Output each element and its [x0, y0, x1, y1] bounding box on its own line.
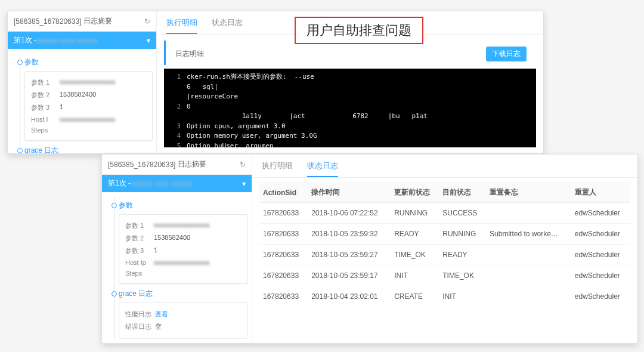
- param-value: xxxxxxxxxxxxxxxxx: [154, 259, 210, 266]
- run-select-label: 第1次 -: [14, 35, 36, 45]
- table-row: 1678206332018-10-04 23:02:01CREATEINITed…: [259, 286, 630, 307]
- table-cell: [486, 245, 571, 265]
- terminal-log[interactable]: 1cker-run.sh脚本接受到的参数: --use6 sql||resour…: [164, 69, 536, 147]
- job-summary-label: 日志摘要: [83, 16, 112, 26]
- params-card: 参数 1xxxxxxxxxxxxxxxxx参数 21538582400参数 31…: [24, 71, 153, 141]
- table-cell: 2018-10-05 23:59:17: [308, 265, 391, 286]
- param-row: Steps: [125, 268, 242, 279]
- param-row: 参数 31: [125, 245, 242, 257]
- table-row: 1678206332018-10-05 23:59:32READYRUNNING…: [259, 224, 630, 245]
- chevron-down-icon: ▾: [147, 36, 150, 45]
- param-key: 参数 1: [31, 78, 56, 87]
- upper-panel: [586385_167820633] 日志摘要 ↻ 第1次 - xxxxxx x…: [7, 11, 544, 154]
- table-row: 1678206332018-10-05 23:59:17INITTIME_OKe…: [259, 265, 630, 286]
- callout-box: 用户自助排查问题: [295, 17, 423, 44]
- log-detail-title: 日志明细: [175, 49, 204, 59]
- table-cell: READY: [391, 224, 439, 245]
- terminal-line: 1cker-run.sh脚本接受到的参数: --use: [169, 72, 531, 82]
- grace-card: 性能日志查看 错误日志空: [119, 302, 248, 338]
- run-select[interactable]: 第1次 - xxxxxx xxxx xxxxxx ▾: [8, 32, 156, 49]
- param-row: 参数 1xxxxxxxxxxxxxxxxx: [31, 76, 146, 89]
- table-cell: CREATE: [391, 286, 439, 307]
- table-cell: TIME_OK: [439, 265, 486, 286]
- param-key: 参数 2: [31, 91, 56, 100]
- tab-status-log[interactable]: 状态日志: [212, 17, 243, 34]
- terminal-line: 4Option memory user, argument 3.0G: [169, 131, 531, 141]
- param-value: xxxxxxxxxxxxxxxxx: [154, 221, 210, 230]
- param-key: Host Ip: [125, 259, 150, 266]
- job-summary-label: 日志摘要: [178, 159, 206, 169]
- table-cell: edwScheduler: [571, 203, 630, 224]
- param-row: 参数 1xxxxxxxxxxxxxxxxx: [125, 220, 242, 232]
- param-value: 1: [154, 246, 157, 255]
- tab-exec-detail[interactable]: 执行明细: [166, 17, 197, 34]
- run-select-label: 第1次 -: [108, 178, 131, 189]
- param-key: 参数 3: [125, 246, 150, 255]
- param-value: 1: [60, 103, 63, 112]
- refresh-icon[interactable]: ↻: [144, 17, 150, 26]
- section-grace: grace 日志: [24, 146, 156, 153]
- terminal-line: 1a11y |act 6782 |bu p1at: [169, 112, 531, 122]
- upper-sidebar: [586385_167820633] 日志摘要 ↻ 第1次 - xxxxxx x…: [8, 11, 157, 153]
- status-table: ActionSid操作时间更新前状态目前状态重置备忘重置人 1678206332…: [259, 183, 630, 307]
- err-log-label: 错误日志: [125, 322, 151, 331]
- param-key: Host l: [31, 116, 56, 123]
- table-header: 重置人: [571, 183, 630, 203]
- param-row: Steps: [31, 125, 146, 135]
- table-cell: INIT: [439, 286, 486, 307]
- param-key: 参数 2: [125, 234, 150, 243]
- table-cell: 2018-10-04 23:02:01: [308, 286, 391, 307]
- tab-exec-detail[interactable]: 执行明细: [262, 160, 293, 177]
- run-select[interactable]: 第1次 - xxxxxx xxxx xxxxxx ▾: [102, 175, 252, 192]
- table-cell: [486, 286, 571, 307]
- param-key: Steps: [125, 270, 150, 277]
- table-cell: 167820633: [259, 224, 308, 245]
- param-key: 参数 1: [125, 221, 150, 230]
- table-header: 更新前状态: [391, 183, 439, 203]
- table-cell: edwScheduler: [571, 245, 630, 265]
- upper-sidebar-header: [586385_167820633] 日志摘要 ↻: [8, 11, 156, 32]
- table-cell: [486, 265, 571, 286]
- table-cell: 167820633: [259, 245, 308, 265]
- table-cell: 2018-10-05 23:59:32: [308, 224, 391, 245]
- table-cell: edwScheduler: [571, 265, 630, 286]
- lower-timeline: 参数 参数 1xxxxxxxxxxxxxxxxx参数 21538582400参数…: [102, 192, 252, 343]
- lower-main: 执行明细 状态日志 ActionSid操作时间更新前状态目前状态重置备忘重置人 …: [252, 155, 637, 343]
- table-cell: TIME_OK: [391, 245, 439, 265]
- table-cell: RUNNING: [439, 224, 486, 245]
- err-log-value: 空: [155, 322, 162, 331]
- lower-sidebar: [586385_167820633] 日志摘要 ↻ 第1次 - xxxxxx x…: [102, 155, 252, 343]
- terminal-line: 6 sql|: [169, 82, 531, 92]
- table-cell: edwScheduler: [571, 286, 630, 307]
- terminal-line: |resourceCore: [169, 92, 531, 102]
- param-row: 参数 31: [31, 101, 146, 114]
- section-params: 参数: [24, 57, 156, 67]
- table-cell: Submitted to worke…: [486, 224, 571, 245]
- log-subheader: 日志明细 下载日志: [164, 41, 536, 65]
- upper-timeline: 参数 参数 1xxxxxxxxxxxxxxxxx参数 21538582400参数…: [8, 49, 156, 153]
- job-id: [586385_167820633]: [108, 160, 175, 169]
- table-header: 重置备忘: [486, 183, 571, 203]
- param-key: 参数 3: [31, 103, 56, 112]
- lower-sidebar-header: [586385_167820633] 日志摘要 ↻: [102, 155, 252, 175]
- table-cell: INIT: [391, 265, 439, 286]
- section-params: 参数: [119, 200, 252, 211]
- table-cell: 167820633: [259, 265, 308, 286]
- param-row: Host Ipxxxxxxxxxxxxxxxxx: [125, 257, 242, 268]
- table-cell: 167820633: [259, 203, 308, 224]
- lower-panel: [586385_167820633] 日志摘要 ↻ 第1次 - xxxxxx x…: [101, 154, 638, 344]
- table-row: 1678206332018-10-06 07:22:52RUNNINGSUCCE…: [259, 203, 630, 224]
- param-value: xxxxxxxxxxxxxxxxx: [60, 78, 116, 87]
- param-value: xxxxxxxxxxxxxxxxx: [60, 116, 116, 123]
- table-cell: 167820633: [259, 286, 308, 307]
- refresh-icon[interactable]: ↻: [240, 160, 246, 169]
- table-header: ActionSid: [259, 183, 308, 203]
- tab-status-log[interactable]: 状态日志: [307, 160, 338, 177]
- perf-log-link[interactable]: 查看: [155, 310, 168, 319]
- chevron-down-icon: ▾: [242, 180, 246, 188]
- perf-log-label: 性能日志: [125, 310, 151, 319]
- table-cell: 2018-10-06 07:22:52: [308, 203, 391, 224]
- download-log-button[interactable]: 下载日志: [486, 47, 527, 61]
- table-header: 操作时间: [308, 183, 391, 203]
- param-row: Host lxxxxxxxxxxxxxxxxx: [31, 114, 146, 125]
